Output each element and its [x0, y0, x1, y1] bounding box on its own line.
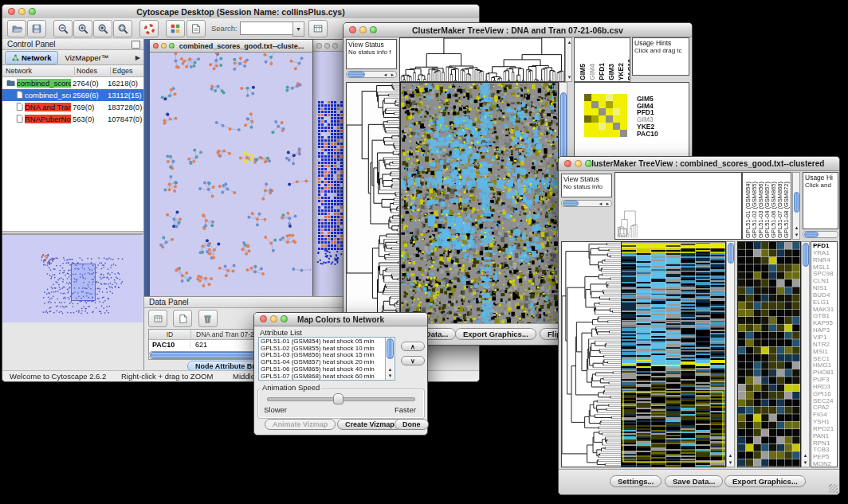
- minimize-icon[interactable]: [18, 8, 26, 15]
- network-tree-row[interactable]: combined_sco2569(6)13112(15): [2, 89, 143, 101]
- export-graphics-button[interactable]: Export Graphics...: [724, 475, 806, 487]
- tv2-row-dendrogram[interactable]: [561, 241, 622, 467]
- network-tree-row[interactable]: combined_scores2764(0)16218(0): [2, 77, 143, 89]
- birdseye-view[interactable]: [2, 234, 143, 322]
- close-icon[interactable]: [316, 43, 322, 49]
- close-icon[interactable]: [349, 26, 356, 33]
- tv2-heatmap[interactable]: [621, 241, 726, 467]
- export-graphics-button[interactable]: Export Graphics...: [455, 328, 536, 340]
- vizmapper-icon[interactable]: [166, 20, 185, 37]
- minimize-icon[interactable]: [161, 43, 167, 49]
- tab-network[interactable]: Network: [5, 51, 58, 64]
- column-label[interactable]: PFD1: [598, 63, 606, 80]
- close-icon[interactable]: [153, 43, 159, 49]
- column-label[interactable]: GIM4: [588, 64, 596, 80]
- minimize-icon[interactable]: [575, 160, 582, 167]
- tv1-zoom-matrix[interactable]: [584, 94, 627, 137]
- close-icon[interactable]: [564, 160, 571, 167]
- column-label[interactable]: GPL51-02 (GSM855): [751, 182, 757, 238]
- minimize-icon[interactable]: [270, 315, 277, 322]
- zoom-in-icon[interactable]: [73, 20, 92, 37]
- tv2-top-vscrollbar[interactable]: ▴▾: [792, 172, 800, 240]
- zoom-window-icon[interactable]: [370, 26, 377, 33]
- tv2-zoom-heatmap[interactable]: [737, 241, 801, 467]
- done-button[interactable]: Done: [395, 419, 429, 430]
- column-label[interactable]: GPL51-04 (GSM857): [764, 182, 770, 238]
- scrollbar-thumb[interactable]: [803, 243, 809, 267]
- col-header-nodes[interactable]: Nodes: [75, 67, 111, 75]
- zoom-window-icon[interactable]: [585, 160, 592, 167]
- scrollbar-thumb[interactable]: [728, 243, 734, 264]
- animate-vizmap-button[interactable]: Animate Vizmap: [265, 419, 336, 430]
- scrollbar-thumb[interactable]: [347, 72, 365, 77]
- id-column-header[interactable]: ID: [149, 330, 191, 338]
- col-header-network[interactable]: Network: [2, 67, 75, 75]
- tv1-row-dendrogram[interactable]: [346, 82, 400, 325]
- network-tree-row[interactable]: DNA and Tran 07769(0)183728(0): [2, 101, 143, 113]
- save-icon[interactable]: [27, 20, 46, 37]
- network-tree-row[interactable]: RNAPuberNov2+563(0)107847(0): [2, 113, 143, 125]
- scrollbar-thumb[interactable]: [563, 201, 579, 206]
- search-dropdown-icon[interactable]: ▼: [292, 21, 304, 37]
- move-up-button[interactable]: ∧: [401, 342, 425, 351]
- minimize-icon[interactable]: [359, 26, 367, 33]
- zoom-selected-icon[interactable]: [93, 20, 112, 37]
- delete-attribute-icon[interactable]: [198, 310, 218, 327]
- tv1-status-hscrollbar[interactable]: ◂▸: [346, 71, 397, 78]
- network-view-canvas[interactable]: [150, 53, 311, 295]
- float-panel-icon[interactable]: [132, 41, 140, 49]
- column-label[interactable]: GPL51-03 (GSM856): [757, 182, 764, 238]
- resize-grip[interactable]: [829, 484, 838, 493]
- create-vizmap-button[interactable]: Create Vizmap: [337, 419, 402, 430]
- zoom-window-icon[interactable]: [332, 43, 338, 49]
- attribute-list-vscrollbar[interactable]: ▴▾: [385, 338, 395, 380]
- save-data-button[interactable]: Save Data...: [665, 475, 723, 487]
- attribute-list[interactable]: GPL51-01 (GSM854) heat shock 05 minGPL51…: [258, 337, 395, 381]
- help-icon[interactable]: [139, 20, 159, 37]
- minimize-icon[interactable]: [324, 43, 330, 49]
- tv1-top-vscrollbar[interactable]: ▴▾: [565, 37, 572, 82]
- speed-slider-thumb[interactable]: [333, 393, 344, 404]
- gene-label[interactable]: PAC10: [637, 131, 658, 138]
- close-icon[interactable]: [8, 8, 15, 15]
- treeview1-title-bar[interactable]: ClusterMaker TreeView : DNA and Tran 07-…: [344, 23, 692, 37]
- gene-label[interactable]: MON2: [813, 461, 835, 467]
- column-label[interactable]: PAC10: [626, 59, 630, 80]
- scrollbar-thumb[interactable]: [804, 232, 819, 237]
- scrollbar-thumb[interactable]: [794, 192, 799, 213]
- tv2-genelist-vscrollbar[interactable]: ▴▾: [801, 241, 810, 467]
- annotation-icon[interactable]: [186, 20, 206, 37]
- tv1-heatmap[interactable]: [400, 82, 559, 325]
- tv2-status-hscrollbar[interactable]: ◂▸: [561, 200, 612, 207]
- treeview2-title-bar[interactable]: ClusterMaker TreeView : combined_scores_…: [559, 157, 839, 171]
- column-label[interactable]: YKE2: [617, 63, 625, 80]
- zoom-window-icon[interactable]: [169, 43, 175, 49]
- column-label[interactable]: GIM3: [607, 64, 615, 80]
- zoom-window-icon[interactable]: [29, 8, 36, 15]
- zoom-fit-icon[interactable]: [113, 20, 132, 37]
- column-label[interactable]: GIM5: [579, 64, 587, 80]
- column-label[interactable]: GPL51-01 (GSM854): [744, 182, 751, 238]
- import-table-icon[interactable]: [308, 20, 328, 37]
- tabs-more-icon[interactable]: ▶: [135, 54, 140, 61]
- column-label[interactable]: GPL51-06 (GSM865): [770, 182, 776, 238]
- settings-button[interactable]: Settings...: [610, 475, 662, 487]
- column-label[interactable]: GPL51-08 (GSM872): [783, 182, 789, 238]
- open-file-icon[interactable]: [7, 20, 26, 37]
- zoom-window-icon[interactable]: [281, 315, 288, 322]
- attribute-item[interactable]: GPL51-07 (GSM868) heat shock 60 min: [261, 373, 393, 381]
- col-header-edges[interactable]: Edges: [111, 67, 133, 75]
- tab-vizmapper[interactable]: VizMapper™: [58, 52, 115, 64]
- scrollbar-thumb[interactable]: [387, 338, 394, 359]
- main-title-bar[interactable]: Cytoscape Desktop (Session Name: collins…: [2, 5, 479, 19]
- search-input[interactable]: [240, 21, 294, 35]
- move-down-button[interactable]: ∨: [401, 356, 425, 365]
- close-icon[interactable]: [260, 315, 267, 322]
- attribute-table-icon[interactable]: [148, 310, 167, 327]
- dialog-title-bar[interactable]: Map Colors to Network: [254, 313, 427, 326]
- tv1-column-dendrogram[interactable]: [399, 37, 565, 82]
- tv2-heatmap-vscrollbar[interactable]: ▴▾: [726, 241, 735, 467]
- tv2-column-dendrogram[interactable]: [614, 172, 742, 240]
- new-attribute-icon[interactable]: [173, 310, 192, 327]
- column-label[interactable]: GPL51-07 (GSM868): [776, 182, 783, 238]
